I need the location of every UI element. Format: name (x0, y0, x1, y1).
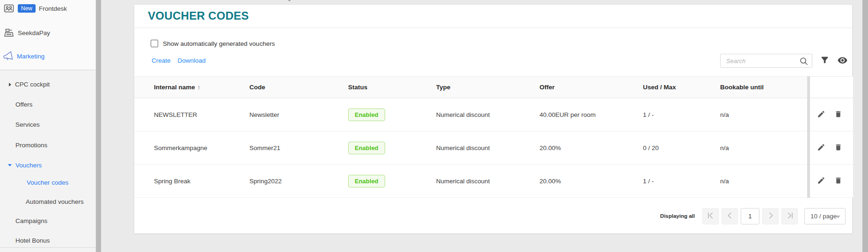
cell-status: Enabled (348, 142, 436, 154)
clipped-top-text: 6 (288, 0, 300, 3)
sidebar-item-label: Promotions (15, 142, 47, 149)
first-page-button[interactable] (702, 208, 719, 224)
sidebar-item-seekdapay[interactable]: SeekdaPay (4, 28, 50, 37)
edit-button[interactable] (817, 176, 826, 186)
app-window: 6 New Frontdesk (0, 0, 868, 252)
trash-icon (834, 176, 842, 186)
page-title: VOUCHER CODES (148, 9, 249, 22)
cell-actions (810, 110, 853, 119)
sidebar-item-label: Services (15, 121, 40, 128)
sidebar-item-automated-vouchers[interactable]: Automated vouchers (26, 198, 84, 205)
sidebar-item-marketing[interactable]: Marketing (3, 51, 44, 61)
cell-code: Spring2022 (249, 178, 348, 185)
column-header-internal-name[interactable]: Internal name (154, 84, 249, 91)
delete-button[interactable] (833, 176, 843, 186)
column-header-code[interactable]: Code (249, 84, 348, 91)
search-input[interactable] (721, 58, 795, 65)
voucher-table: Internal name Code Status Type Offer Use… (134, 76, 853, 198)
cell-used-max: 1 / - (643, 178, 720, 185)
pencil-icon (817, 143, 825, 153)
cell-internal-name: NEWSLETTER (154, 111, 249, 118)
sidebar-item-voucher-codes[interactable]: Voucher codes (27, 179, 68, 186)
sidebar-item-vouchers[interactable]: Vouchers (8, 162, 42, 169)
pencil-icon (817, 176, 825, 186)
cell-actions (810, 143, 853, 152)
sidebar-item-label: Campaigns (15, 217, 47, 224)
voucher-codes-card: VOUCHER CODES Show automatically generat… (134, 4, 853, 234)
last-page-icon (785, 210, 795, 222)
sidebar-item-campaigns[interactable]: Campaigns (15, 217, 47, 224)
displaying-status: Displaying all (660, 213, 695, 219)
page-size-value: 10 / page (810, 213, 837, 220)
next-page-button[interactable] (762, 208, 779, 224)
column-header-used-max[interactable]: Used / Max (643, 84, 720, 91)
column-header-status[interactable]: Status (348, 84, 436, 91)
table-footer: Displaying all 1 10 / page (134, 198, 853, 234)
cell-offer: 40.00EUR per room (540, 111, 643, 118)
trash-icon (834, 110, 842, 120)
table-row: NEWSLETTER Newsletter Enabled Numerical … (134, 98, 853, 131)
sidebar-item-promotions[interactable]: Promotions (15, 142, 47, 149)
checkbox-label: Show automatically generated vouchers (163, 40, 275, 47)
cell-code: Newsletter (249, 111, 348, 118)
chevron-right-icon (766, 210, 776, 222)
cell-offer: 20.00% (540, 178, 643, 185)
table-row: Spring Break Spring2022 Enabled Numerica… (134, 165, 853, 198)
table-vertical-scrollbar[interactable] (807, 76, 810, 198)
sidebar-scrollbar[interactable] (96, 0, 101, 252)
search-icon[interactable] (800, 57, 808, 67)
filter-button[interactable] (818, 55, 831, 67)
sidebar-item-hotel-bonus[interactable]: Hotel Bonus (15, 237, 50, 244)
sidebar-item-label: CPC cockpit (15, 81, 50, 88)
select-caret-icon (836, 216, 840, 218)
sidebar-item-offers[interactable]: Offers (15, 101, 33, 108)
column-header-bookable-until[interactable]: Bookable until (720, 84, 810, 91)
chevron-right-icon (9, 83, 11, 86)
cell-used-max: 0 / 20 (643, 144, 720, 151)
cell-status: Enabled (348, 108, 436, 121)
edit-button[interactable] (817, 110, 826, 119)
page-scrollbar[interactable] (862, 0, 868, 252)
search-box (720, 54, 812, 68)
sidebar-item-label: Automated vouchers (26, 198, 84, 205)
sidebar-menu-section: CPC cockpit Offers Services Promotions V… (0, 71, 95, 252)
sidebar-item-label: Hotel Bonus (15, 237, 50, 244)
edit-button[interactable] (817, 143, 826, 152)
download-link[interactable]: Download (178, 57, 206, 64)
trash-icon (834, 143, 842, 153)
sidebar-item-services[interactable]: Services (15, 121, 40, 128)
column-visibility-button[interactable] (836, 55, 849, 67)
sidebar-item-label: Marketing (17, 53, 44, 60)
pencil-icon (817, 110, 825, 120)
create-link[interactable]: Create (152, 57, 171, 64)
new-badge: New (18, 4, 36, 13)
cell-code: Sommer21 (249, 144, 348, 151)
cash-register-icon (4, 28, 14, 37)
page-size-select[interactable]: 10 / page (804, 208, 846, 224)
eye-icon (837, 55, 848, 67)
show-auto-vouchers-checkbox[interactable] (151, 40, 158, 47)
previous-page-button[interactable] (722, 208, 738, 224)
cell-type: Numerical discount (436, 111, 540, 118)
page-number-button[interactable]: 1 (741, 208, 759, 224)
sidebar: New Frontdesk SeekdaPay (0, 0, 95, 252)
sidebar-item-cpc-cockpit[interactable]: CPC cockpit (9, 81, 50, 88)
title-divider (134, 28, 852, 28)
delete-button[interactable] (833, 110, 843, 119)
table-row: Sommerkampagne Sommer21 Enabled Numerica… (134, 131, 853, 165)
status-badge: Enabled (348, 108, 385, 121)
show-auto-vouchers-checkbox-row[interactable]: Show automatically generated vouchers (151, 40, 275, 47)
sidebar-item-frontdesk[interactable]: New Frontdesk (4, 4, 67, 13)
funnel-icon (820, 55, 830, 66)
chevron-left-icon (725, 210, 735, 222)
delete-button[interactable] (833, 143, 843, 152)
sidebar-top-section: New Frontdesk SeekdaPay (0, 0, 95, 70)
cell-bookable-until: n/a (720, 144, 810, 151)
cell-status: Enabled (348, 175, 436, 187)
sidebar-item-label: SeekdaPay (18, 29, 50, 36)
cell-type: Numerical discount (436, 178, 540, 185)
column-header-type[interactable]: Type (436, 84, 540, 91)
cell-used-max: 1 / - (643, 111, 720, 118)
column-header-offer[interactable]: Offer (540, 84, 643, 91)
last-page-button[interactable] (781, 208, 798, 224)
